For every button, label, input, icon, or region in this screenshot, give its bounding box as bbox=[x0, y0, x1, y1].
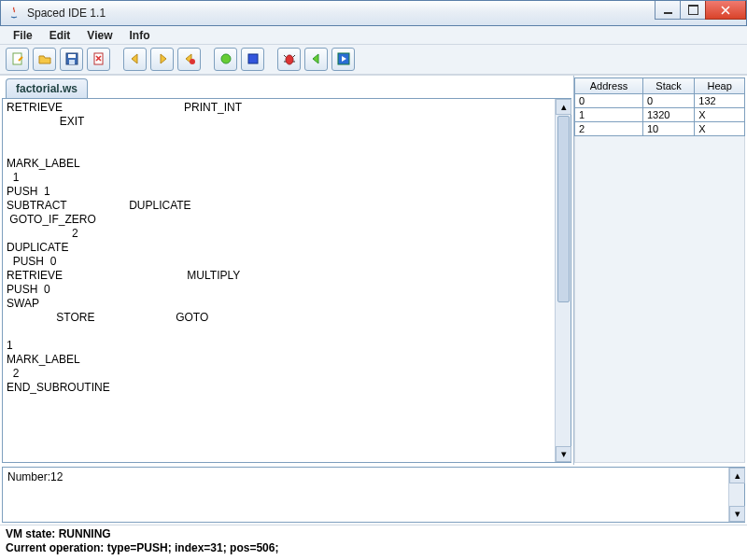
scroll-up-icon[interactable]: ▴ bbox=[556, 99, 571, 115]
memory-panel: Address Stack Heap 00132 11320X 210X bbox=[574, 76, 747, 465]
window-titlebar: Spaced IDE 1.1 bbox=[0, 0, 747, 26]
minimize-button[interactable] bbox=[655, 1, 681, 20]
debug-back-button[interactable] bbox=[177, 48, 201, 71]
menu-file[interactable]: File bbox=[6, 27, 40, 44]
svg-rect-3 bbox=[69, 60, 75, 64]
table-row: 210X bbox=[575, 122, 745, 136]
stop-button[interactable] bbox=[241, 48, 264, 71]
col-heap[interactable]: Heap bbox=[695, 78, 745, 94]
new-icon bbox=[11, 52, 24, 67]
maximize-button[interactable] bbox=[680, 1, 706, 20]
open-file-button[interactable] bbox=[33, 48, 56, 71]
closex-icon bbox=[92, 52, 106, 67]
resume-button[interactable] bbox=[304, 48, 328, 71]
new-file-button[interactable] bbox=[6, 48, 29, 71]
editor-panel: RETRIEVE PRINT_INT EXIT MARK_LABEL 1 PUS… bbox=[2, 98, 571, 463]
arrow-left-green-icon bbox=[310, 52, 323, 67]
svg-point-6 bbox=[221, 54, 231, 63]
play-blue-icon bbox=[337, 52, 350, 67]
window-title: Spaced IDE 1.1 bbox=[27, 7, 106, 20]
col-address[interactable]: Address bbox=[575, 78, 643, 94]
arrow-left-yellow-icon bbox=[129, 52, 142, 67]
svg-point-8 bbox=[286, 55, 293, 64]
console-output[interactable]: Number:12 bbox=[3, 468, 728, 522]
save-icon bbox=[65, 52, 78, 67]
close-file-button[interactable] bbox=[87, 48, 110, 71]
close-button[interactable] bbox=[705, 1, 746, 20]
bug-red-icon bbox=[283, 52, 296, 67]
window-buttons bbox=[655, 1, 746, 20]
scroll-down-icon[interactable]: ▾ bbox=[556, 446, 571, 462]
run-button[interactable] bbox=[214, 48, 237, 71]
bug-left-icon bbox=[183, 52, 196, 67]
menu-info[interactable]: Info bbox=[121, 27, 157, 44]
code-editor[interactable]: RETRIEVE PRINT_INT EXIT MARK_LABEL 1 PUS… bbox=[3, 99, 555, 462]
debug-button[interactable] bbox=[277, 48, 301, 71]
editor-scrollbar[interactable]: ▴ ▾ bbox=[555, 99, 571, 462]
svg-rect-2 bbox=[68, 54, 76, 58]
arrow-right-yellow-icon bbox=[156, 52, 169, 67]
current-op-label: Current operation: type=PUSH; index=31; … bbox=[6, 541, 741, 555]
toolbar bbox=[0, 45, 747, 75]
java-icon bbox=[7, 6, 21, 21]
play-button[interactable] bbox=[331, 48, 355, 71]
open-icon bbox=[38, 52, 51, 67]
console-panel: Number:12 ▴ ▾ bbox=[2, 467, 745, 523]
square-blue-icon bbox=[247, 52, 260, 67]
table-row: 00132 bbox=[575, 94, 745, 108]
save-file-button[interactable] bbox=[60, 48, 83, 71]
editor-tabs: factorial.ws bbox=[2, 77, 571, 98]
col-stack[interactable]: Stack bbox=[642, 78, 694, 94]
table-row: 11320X bbox=[575, 108, 745, 122]
svg-rect-7 bbox=[248, 54, 258, 63]
scroll-up-icon[interactable]: ▴ bbox=[729, 468, 745, 483]
menubar: File Edit View Info bbox=[0, 26, 747, 45]
status-bar: VM state: RUNNING Current operation: typ… bbox=[0, 525, 747, 557]
scroll-down-icon[interactable]: ▾ bbox=[729, 506, 745, 522]
menu-edit[interactable]: Edit bbox=[42, 27, 78, 44]
svg-point-5 bbox=[190, 59, 195, 64]
vm-state-label: VM state: RUNNING bbox=[6, 527, 741, 541]
circle-green-icon bbox=[219, 52, 233, 67]
menu-view[interactable]: View bbox=[79, 27, 120, 44]
memory-table: Address Stack Heap 00132 11320X 210X bbox=[574, 77, 745, 136]
tab-factorial[interactable]: factorial.ws bbox=[6, 78, 88, 98]
scroll-thumb[interactable] bbox=[557, 116, 570, 302]
console-scrollbar[interactable]: ▴ ▾ bbox=[728, 468, 744, 522]
step-forward-button[interactable] bbox=[150, 48, 174, 71]
step-back-button[interactable] bbox=[123, 48, 147, 71]
